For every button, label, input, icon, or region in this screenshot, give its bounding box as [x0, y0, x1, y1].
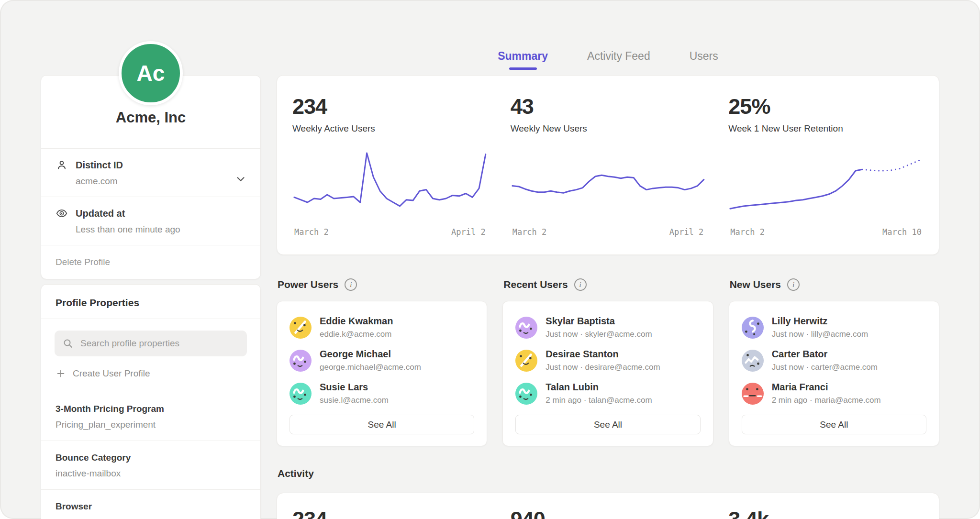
user-avatar	[515, 350, 537, 372]
stat-weekly-active-users: 234Weekly Active UsersMarch 2April 2	[292, 96, 488, 254]
plus-icon	[56, 368, 66, 379]
stat-weekly-new-users: 43Weekly New UsersMarch 2April 2	[511, 96, 706, 254]
user-text: Desirae StantonJust now · desirare@acme.…	[546, 349, 660, 372]
user-text: Susie Larssusie.l@acme.com	[320, 382, 389, 405]
stat-label: Weekly New Users	[511, 123, 706, 134]
property-row-bounce-category[interactable]: Bounce Categoryinactive-mailbox	[41, 441, 260, 489]
user-name: George Michael	[320, 349, 421, 360]
tab-users[interactable]: Users	[690, 50, 718, 70]
info-icon[interactable]: i	[787, 278, 800, 291]
profile-card: Acme, Inc Distinct IDacme.comUpdated atL…	[41, 75, 261, 279]
x-tick: April 2	[669, 227, 704, 237]
user-list-item[interactable]: Maria Franci2 min ago · maria@acme.com	[742, 382, 926, 405]
x-axis-ticks: March 2April 2	[511, 227, 706, 237]
see-all-button[interactable]: See All	[742, 415, 926, 434]
eye-icon	[56, 207, 68, 220]
x-tick: March 10	[882, 227, 922, 237]
delete-profile-button[interactable]: Delete Profile	[41, 245, 260, 279]
user-list-item[interactable]: Skylar BaptistaJust now · skyler@acme.co…	[515, 316, 700, 339]
user-avatar	[742, 317, 764, 339]
user-avatar	[515, 317, 537, 339]
user-detail: Just now · desirare@acme.com	[546, 363, 660, 372]
stat-number: 25%	[728, 96, 924, 117]
stat-week-1-new-user-retention: 25%Week 1 New User RetentionMarch 2March…	[728, 96, 924, 254]
property-row-3-month-pricing-program[interactable]: 3-Month Pricing ProgramPricing_plan_expe…	[41, 392, 260, 441]
see-all-button[interactable]: See All	[290, 415, 474, 434]
info-icon[interactable]: i	[345, 278, 357, 291]
user-list-item[interactable]: Susie Larssusie.l@acme.com	[290, 382, 474, 405]
user-list-item[interactable]: George Michaelgeorge.michael@acme.com	[290, 349, 474, 372]
person-icon	[56, 159, 68, 171]
user-list-item[interactable]: Eddie Kwakmaneddie.k@acme.com	[290, 316, 474, 339]
summary-card: 234Weekly Active UsersMarch 2April 243We…	[277, 75, 939, 255]
main-content: SummaryActivity FeedUsers 234Weekly Acti…	[277, 0, 939, 519]
profile-properties-card: Profile Properties Create User Profile 3…	[41, 284, 261, 519]
user-detail: 2 min ago · maria@acme.com	[772, 396, 881, 405]
profile-properties-title: Profile Properties	[41, 285, 260, 319]
tab-bar: SummaryActivity FeedUsers	[277, 50, 939, 70]
property-name: Browser	[56, 501, 246, 512]
property-name: 3-Month Pricing Program	[56, 404, 246, 414]
user-name: Desirae Stanton	[546, 349, 660, 360]
user-text: George Michaelgeorge.michael@acme.com	[320, 349, 421, 372]
user-text: Eddie Kwakmaneddie.k@acme.com	[320, 316, 393, 339]
profile-properties-search[interactable]	[55, 331, 247, 356]
stat-number: 940	[511, 508, 706, 519]
property-name: Bounce Category	[56, 453, 246, 463]
user-text: Skylar BaptistaJust now · skyler@acme.co…	[546, 316, 652, 339]
profile-field-updated-at: Updated atLess than one minute ago	[41, 197, 260, 245]
section-title: Recent Users	[503, 279, 568, 290]
user-name: Skylar Baptista	[546, 316, 652, 327]
user-detail: susie.l@acme.com	[320, 396, 389, 405]
see-all-button[interactable]: See All	[515, 415, 700, 434]
user-list-item[interactable]: Desirae StantonJust now · desirare@acme.…	[515, 349, 700, 372]
chevron-down-icon[interactable]	[234, 173, 247, 185]
user-list-item[interactable]: Lilly HerwitzJust now · lilly@acme.com	[742, 316, 926, 339]
field-label: Distinct ID	[76, 160, 123, 171]
user-avatar	[290, 317, 312, 339]
stat-label: Week 1 New User Retention	[728, 123, 924, 134]
section-title: New Users	[730, 279, 781, 290]
week-1-new-user-retention-chart	[728, 149, 924, 221]
create-user-profile-button[interactable]: Create User Profile	[56, 368, 246, 379]
user-sections: Power UsersiEddie Kwakmaneddie.k@acme.co…	[277, 277, 939, 446]
stat-number: 3.4k	[728, 508, 924, 519]
user-text: Carter BatorJust now · carter@acme.com	[772, 349, 878, 372]
x-axis-ticks: March 2March 10	[728, 227, 924, 237]
stat-label: Weekly Active Users	[292, 123, 488, 134]
weekly-new-users-chart	[511, 149, 706, 221]
section-recent-users: Recent UsersiSkylar BaptistaJust now · s…	[502, 277, 713, 446]
weekly-active-users-chart	[292, 149, 488, 221]
user-name: Susie Lars	[320, 382, 389, 393]
x-tick: March 2	[730, 227, 765, 237]
stat-number: 234	[292, 508, 488, 519]
company-name: Acme, Inc	[51, 109, 251, 126]
property-row-browser[interactable]: BrowserChrome	[41, 489, 260, 519]
user-name: Carter Bator	[772, 349, 878, 360]
user-avatar	[290, 350, 312, 372]
sidebar: Ac Acme, Inc Distinct IDacme.comUpdated …	[41, 0, 261, 519]
field-label: Updated at	[76, 208, 125, 219]
activity-stat: 3.4k	[728, 508, 924, 519]
info-icon[interactable]: i	[574, 278, 587, 291]
user-name: Eddie Kwakman	[320, 316, 393, 327]
property-value: Pricing_plan_experiment	[56, 420, 246, 430]
company-avatar: Ac	[119, 41, 183, 105]
tab-activity-feed[interactable]: Activity Feed	[587, 50, 650, 70]
user-list-item[interactable]: Talan Lubin2 min ago · talan@acme.com	[515, 382, 700, 405]
user-detail: Just now · lilly@acme.com	[772, 330, 868, 339]
section-header: Recent Usersi	[503, 277, 713, 292]
activity-stat: 234	[292, 508, 488, 519]
property-value: Chrome	[56, 517, 246, 519]
search-input[interactable]	[79, 338, 239, 349]
stat-number: 234	[292, 96, 488, 117]
user-name: Talan Lubin	[546, 382, 652, 393]
x-tick: March 2	[294, 227, 329, 237]
section-header: New Usersi	[730, 277, 939, 292]
section-power-users: Power UsersiEddie Kwakmaneddie.k@acme.co…	[277, 277, 487, 446]
user-detail: eddie.k@acme.com	[320, 330, 393, 339]
field-value: acme.com	[76, 176, 246, 187]
user-list-item[interactable]: Carter BatorJust now · carter@acme.com	[742, 349, 926, 372]
tab-summary[interactable]: Summary	[498, 50, 548, 70]
user-name: Lilly Herwitz	[772, 316, 868, 327]
